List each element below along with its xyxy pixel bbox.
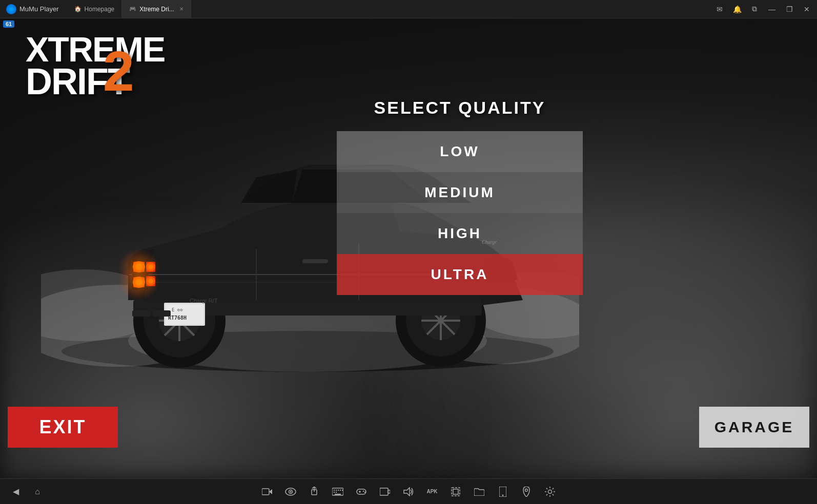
taskbar-left: ◀ ⌂ — [10, 486, 43, 497]
window-controls: ✉ 🔔 ⧉ — ❐ ✕ — [711, 0, 817, 18]
crop-icon[interactable] — [450, 486, 461, 497]
svg-point-49 — [290, 491, 292, 492]
eye-icon[interactable] — [285, 486, 296, 497]
svg-point-63 — [363, 490, 364, 491]
taskbar: ◀ ⌂ APK — [0, 478, 817, 504]
svg-rect-66 — [388, 490, 390, 493]
svg-rect-55 — [340, 490, 341, 491]
svg-point-36 — [118, 264, 159, 300]
taskbar-center: APK — [261, 486, 556, 497]
apk-icon[interactable]: APK — [426, 486, 438, 497]
close-button[interactable]: ✕ — [799, 0, 815, 18]
titlebar-resize-icon[interactable]: ⧉ — [746, 0, 763, 18]
svg-marker-46 — [269, 489, 272, 494]
fps-badge: 61 — [3, 20, 14, 28]
app-name-label: MuMu Player — [19, 5, 59, 13]
svg-rect-54 — [338, 490, 339, 491]
svg-text:E ⊙⊙: E ⊙⊙ — [172, 307, 183, 312]
back-button[interactable]: ◀ — [10, 486, 22, 497]
quality-buttons-container: LOW MEDIUM HIGH ULTRA — [337, 131, 583, 295]
svg-point-64 — [364, 491, 365, 492]
screenshot-icon[interactable] — [379, 486, 391, 497]
titlebar-notif-icon[interactable]: 🔔 — [729, 0, 745, 18]
quality-ultra-button[interactable]: ULTRA — [337, 254, 583, 295]
svg-rect-58 — [336, 492, 337, 493]
home-button[interactable]: ⌂ — [32, 486, 43, 497]
garage-button[interactable]: GARAGE — [699, 407, 809, 448]
svg-point-72 — [525, 489, 528, 491]
select-quality-heading: SELECT QUALITY — [374, 98, 546, 118]
svg-rect-52 — [334, 490, 335, 491]
app-icon — [6, 4, 16, 14]
quality-high-button[interactable]: HIGH — [337, 213, 583, 254]
svg-rect-57 — [334, 492, 335, 493]
screen-record-icon[interactable] — [261, 486, 273, 497]
share-icon[interactable] — [309, 486, 320, 497]
exit-button[interactable]: EXIT — [8, 407, 118, 448]
location-icon[interactable] — [521, 486, 532, 497]
quality-low-button[interactable]: LOW — [337, 131, 583, 172]
svg-rect-42 — [153, 310, 171, 317]
svg-rect-65 — [380, 488, 388, 495]
svg-text:RT768H: RT768H — [168, 315, 187, 321]
restore-button[interactable]: ❐ — [781, 0, 798, 18]
svg-rect-56 — [342, 490, 343, 491]
phone-icon[interactable] — [497, 486, 508, 497]
svg-rect-59 — [335, 494, 341, 495]
svg-rect-53 — [336, 490, 337, 491]
tab-close-button[interactable]: ✕ — [179, 6, 183, 12]
tab-bar: 🏠 Homepage 🎮 Xtreme Dri... ✕ — [67, 0, 191, 18]
app-logo-area: MuMu Player — [0, 4, 65, 14]
game-area: E ⊙⊙ RT768H Chargr R/T Chargr XTREME DRI… — [0, 18, 817, 478]
svg-marker-67 — [404, 488, 410, 496]
home-tab-icon: 🏠 — [74, 6, 81, 12]
folder-icon[interactable] — [474, 486, 485, 497]
svg-rect-41 — [132, 310, 150, 317]
svg-point-71 — [502, 494, 504, 496]
svg-rect-21 — [302, 259, 328, 263]
svg-rect-45 — [262, 489, 269, 495]
tab-homepage[interactable]: 🏠 Homepage — [67, 0, 122, 18]
gamepad-icon[interactable] — [356, 486, 367, 497]
volume-icon[interactable] — [403, 486, 414, 497]
settings-icon[interactable] — [544, 486, 556, 497]
titlebar: MuMu Player 🏠 Homepage 🎮 Xtreme Dri... ✕… — [0, 0, 817, 18]
titlebar-msg-icon[interactable]: ✉ — [711, 0, 728, 18]
minimize-button[interactable]: — — [764, 0, 780, 18]
svg-rect-69 — [453, 489, 458, 494]
svg-rect-60 — [357, 489, 366, 494]
keyboard-icon[interactable] — [332, 486, 343, 497]
game-tab-icon: 🎮 — [129, 6, 136, 12]
logo-xtreme: XTREME — [26, 34, 165, 65]
tab-homepage-label: Homepage — [85, 6, 115, 13]
tab-game-label: Xtreme Dri... — [139, 6, 174, 13]
svg-point-73 — [548, 490, 552, 493]
quality-medium-button[interactable]: MEDIUM — [337, 172, 583, 213]
svg-text:Chargr R/T: Chargr R/T — [190, 298, 218, 304]
tab-game[interactable]: 🎮 Xtreme Dri... ✕ — [122, 0, 191, 18]
